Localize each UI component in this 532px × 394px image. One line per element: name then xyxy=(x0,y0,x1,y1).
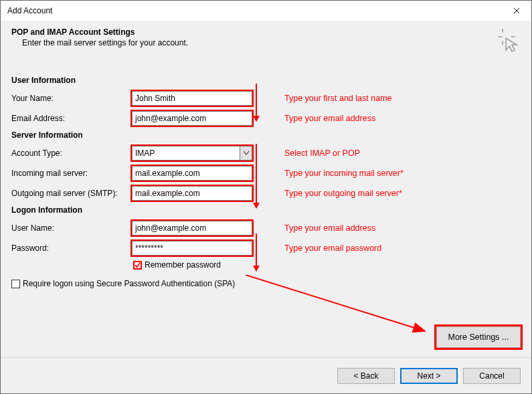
label-your-name: Your Name: xyxy=(11,94,132,103)
cancel-button[interactable]: Cancel xyxy=(463,368,521,384)
spa-checkbox[interactable] xyxy=(11,280,20,288)
hint-account-type: Select IMAP or POP xyxy=(284,149,360,158)
check-icon xyxy=(135,262,141,268)
label-incoming: Incoming mail server: xyxy=(11,169,132,178)
incoming-server-input[interactable] xyxy=(132,166,252,181)
row-username: User Name: Type your email address xyxy=(11,220,521,236)
hint-username: Type your email address xyxy=(284,223,375,233)
cursor-click-icon xyxy=(497,29,521,55)
outgoing-server-input[interactable] xyxy=(132,186,252,201)
dialog-header: POP and IMAP Account Settings Enter the … xyxy=(1,21,531,64)
remember-password-label: Remember password xyxy=(145,260,221,270)
password-input[interactable] xyxy=(132,241,252,256)
label-password: Password: xyxy=(11,243,132,253)
label-email: Email Address: xyxy=(11,114,132,123)
more-settings-button[interactable]: More Settings ... xyxy=(436,326,521,348)
back-button[interactable]: < Back xyxy=(337,368,395,384)
dropdown-button[interactable] xyxy=(240,146,252,160)
hint-outgoing: Type your outgoing mail server* xyxy=(284,189,402,198)
close-button[interactable] xyxy=(501,1,531,21)
section-server-information: Server Information xyxy=(11,130,521,140)
account-type-value: IMAP xyxy=(135,149,155,158)
label-username: User Name: xyxy=(11,223,132,233)
hint-your-name: Type your first and last name xyxy=(284,94,392,103)
row-account-type: Account Type: IMAP Select IMAP or POP xyxy=(11,145,521,161)
row-remember-password: Remember password xyxy=(133,260,521,270)
row-incoming: Incoming mail server: Type your incoming… xyxy=(11,165,521,181)
header-subtitle: Enter the mail server settings for your … xyxy=(22,38,521,47)
your-name-input[interactable] xyxy=(132,91,252,106)
section-logon-information: Logon Information xyxy=(11,205,521,215)
hint-password: Type your email password xyxy=(284,243,381,253)
close-icon xyxy=(513,7,520,14)
window-title: Add Account xyxy=(7,6,52,15)
row-spa: Require logon using Secure Password Auth… xyxy=(11,279,521,288)
title-bar: Add Account xyxy=(1,1,531,21)
username-input[interactable] xyxy=(132,221,252,235)
label-account-type: Account Type: xyxy=(11,149,132,158)
chevron-down-icon xyxy=(244,151,249,155)
annotation-arrow-3 xyxy=(256,233,257,271)
row-email: Email Address: Type your email address xyxy=(11,110,521,126)
row-password: Password: Type your email password xyxy=(11,240,521,256)
row-outgoing: Outgoing mail server (SMTP): Type your o… xyxy=(11,185,521,201)
dialog-body: User Information Your Name: Type your fi… xyxy=(1,64,531,393)
header-title: POP and IMAP Account Settings xyxy=(11,27,521,37)
annotation-arrow-2 xyxy=(256,144,257,208)
remember-password-checkbox[interactable] xyxy=(133,261,142,270)
email-input[interactable] xyxy=(132,111,252,126)
dialog-footer: < Back Next > Cancel xyxy=(1,357,531,393)
label-outgoing: Outgoing mail server (SMTP): xyxy=(11,189,132,198)
spa-label: Require logon using Secure Password Auth… xyxy=(23,279,235,288)
section-user-information: User Information xyxy=(11,76,521,85)
row-your-name: Your Name: Type your first and last name xyxy=(11,90,521,106)
account-type-select[interactable]: IMAP xyxy=(132,146,252,161)
next-button[interactable]: Next > xyxy=(400,368,458,384)
annotation-arrow-1 xyxy=(256,84,257,121)
hint-email: Type your email address xyxy=(284,114,375,123)
hint-incoming: Type your incoming mail server* xyxy=(284,169,404,178)
